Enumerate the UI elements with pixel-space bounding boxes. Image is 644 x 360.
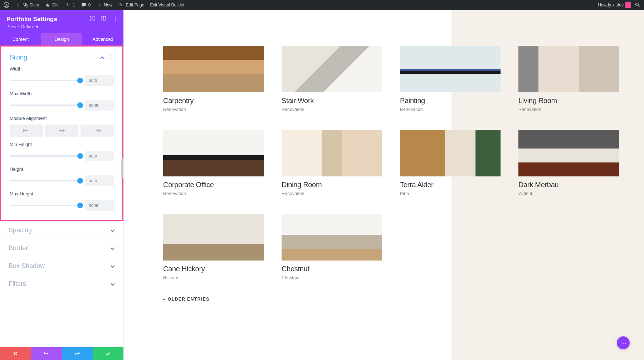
focus-icon[interactable] — [89, 15, 96, 21]
save-button[interactable] — [93, 347, 123, 360]
box-shadow-section[interactable]: Box Shadow — [0, 257, 123, 275]
align-left-button[interactable] — [10, 125, 43, 137]
portfolio-thumbnail — [400, 130, 501, 176]
width-input[interactable] — [85, 75, 114, 86]
portfolio-thumbnail — [163, 214, 264, 261]
portfolio-thumbnail — [518, 130, 619, 176]
max-width-input[interactable] — [85, 100, 114, 111]
tab-advanced[interactable]: Advanced — [82, 33, 123, 45]
align-right-button[interactable] — [80, 125, 114, 137]
filters-section[interactable]: Filters — [0, 275, 123, 293]
svg-point-3 — [92, 18, 93, 19]
border-section[interactable]: Border — [0, 239, 123, 257]
wp-logo[interactable] — [4, 2, 9, 8]
preset-selector[interactable]: Preset: Default ▾ — [6, 24, 117, 29]
portfolio-item[interactable]: Corporate Office Renovation — [163, 130, 264, 196]
height-slider[interactable] — [10, 180, 80, 181]
portfolio-item[interactable]: Terra Alder Pine — [400, 130, 501, 196]
slider-thumb[interactable] — [77, 102, 83, 108]
vertical-dots-icon[interactable]: ⋮ — [108, 54, 114, 61]
max-height-slider[interactable] — [10, 205, 80, 206]
refresh-icon: ↻ — [65, 2, 71, 8]
more-icon[interactable]: ⋮ — [112, 15, 118, 21]
portfolio-thumbnail — [282, 130, 382, 176]
max-height-input[interactable] — [85, 200, 114, 211]
height-input[interactable] — [85, 175, 114, 186]
comment-icon — [81, 2, 87, 8]
avatar — [625, 2, 631, 8]
min-height-input[interactable] — [85, 151, 114, 161]
svg-line-2 — [638, 6, 640, 7]
portfolio-item[interactable]: Living Room Renovation — [518, 46, 619, 112]
sizing-section-highlighted: Sizing ⋮ Width — [0, 45, 123, 221]
page-preview: Carpentry Renovation Stair Work Renovati… — [124, 10, 644, 360]
portfolio-thumbnail — [282, 214, 382, 261]
max-height-label: Max Height — [10, 191, 114, 196]
slider-thumb[interactable] — [77, 203, 83, 208]
portfolio-item[interactable]: Cane Hickory Hickory — [163, 214, 264, 280]
admin-howdy[interactable]: Howdy, etdev — [598, 2, 631, 8]
alignment-label: Module Alignment — [10, 116, 114, 121]
sizing-section-header[interactable]: Sizing ⋮ — [1, 51, 122, 63]
min-height-label: Min Height — [10, 142, 114, 147]
portfolio-item[interactable]: Dining Room Renovation — [282, 130, 382, 196]
width-slider[interactable] — [10, 80, 80, 81]
panel-header: Portfolio Settings Preset: Default ▾ ⋮ — [0, 10, 123, 33]
portfolio-item[interactable]: Stair Work Renovation — [282, 46, 382, 112]
divi-icon: ◉ — [45, 2, 50, 8]
search-icon — [635, 2, 640, 8]
admin-divi[interactable]: ◉ Divi — [45, 2, 59, 8]
admin-new[interactable]: + New — [96, 2, 112, 8]
portfolio-thumbnail — [163, 130, 264, 176]
pencil-icon: ✎ — [118, 2, 124, 8]
slider-thumb[interactable] — [77, 153, 83, 159]
settings-sidebar: Portfolio Settings Preset: Default ▾ ⋮ C… — [0, 10, 124, 360]
align-center-button[interactable] — [45, 125, 78, 137]
house-icon: ⌂ — [15, 2, 21, 8]
slider-thumb[interactable] — [77, 78, 83, 83]
portfolio-item[interactable]: Dark Merbau Walnut — [518, 130, 619, 196]
admin-comments[interactable]: 0 — [81, 2, 91, 8]
panel-bottom-bar — [0, 347, 123, 360]
tab-design[interactable]: Design — [41, 33, 82, 45]
svg-point-1 — [635, 3, 638, 6]
chevron-down-icon — [111, 245, 115, 252]
portfolio-thumbnail — [282, 46, 382, 92]
tab-content[interactable]: Content — [0, 33, 41, 45]
chevron-down-icon — [111, 227, 115, 234]
admin-exit-vb[interactable]: Exit Visual Builder — [150, 3, 185, 8]
portfolio-item[interactable]: Painting Renovation — [400, 46, 501, 112]
admin-my-sites[interactable]: ⌂ My Sites — [15, 2, 39, 8]
plus-icon: + — [96, 2, 102, 8]
columns-icon[interactable] — [101, 15, 107, 21]
portfolio-grid: Carpentry Renovation Stair Work Renovati… — [163, 46, 619, 280]
admin-edit-page[interactable]: ✎ Edit Page — [118, 2, 144, 8]
chevron-down-icon: ▾ — [36, 24, 38, 29]
wordpress-icon — [4, 2, 9, 8]
scrollbar[interactable] — [121, 158, 123, 178]
panel-tabs: Content Design Advanced — [0, 33, 123, 45]
spacing-section[interactable]: Spacing — [0, 221, 123, 239]
max-width-slider[interactable] — [10, 104, 80, 106]
portfolio-item[interactable]: Carpentry Renovation — [163, 46, 264, 112]
min-height-slider[interactable] — [10, 155, 80, 157]
cancel-button[interactable] — [0, 347, 31, 360]
portfolio-item[interactable]: Chestnut Chestnut — [282, 214, 382, 280]
redo-button[interactable] — [62, 347, 93, 360]
portfolio-thumbnail — [163, 46, 264, 92]
width-label: Width — [10, 66, 114, 72]
portfolio-thumbnail — [518, 46, 619, 92]
chevron-down-icon — [111, 281, 115, 287]
undo-button[interactable] — [31, 347, 62, 360]
chevron-up-icon — [100, 54, 104, 61]
fab-more-button[interactable]: ⋯ — [617, 336, 630, 349]
max-width-label: Max Width — [10, 91, 114, 96]
admin-search[interactable] — [635, 2, 640, 8]
svg-point-0 — [4, 3, 9, 8]
portfolio-thumbnail — [400, 46, 501, 92]
older-entries-link[interactable]: « OLDER ENTRIES — [163, 297, 619, 302]
admin-updates[interactable]: ↻ 1 — [65, 2, 75, 8]
slider-thumb[interactable] — [77, 178, 83, 184]
wp-admin-bar: ⌂ My Sites ◉ Divi ↻ 1 0 + New ✎ Edit Pag… — [0, 0, 644, 10]
chevron-down-icon — [111, 263, 115, 269]
